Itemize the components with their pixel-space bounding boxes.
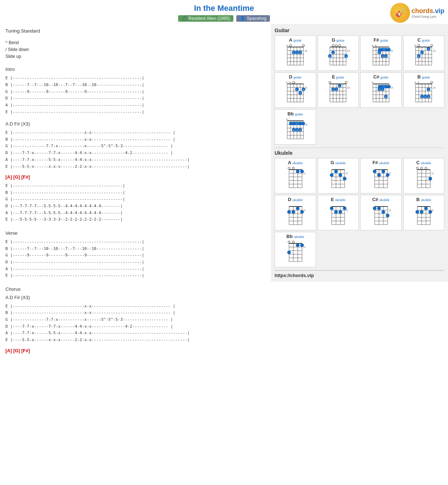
svg-point-211 [288, 167, 290, 169]
svg-point-258 [425, 167, 427, 169]
right-panel: Guitar A guitar [271, 24, 448, 282]
ukulele-chord-C[interactable]: C ukulele 1fr [403, 158, 445, 193]
svg-text:x: x [372, 44, 373, 47]
svg-point-286 [330, 207, 333, 210]
svg-point-334 [300, 243, 304, 247]
guitar-chord-Fsharp[interactable]: F# guitar [360, 35, 402, 71]
svg-point-274 [300, 210, 304, 214]
chord-line-2: [A] [G] [F#] [5, 347, 266, 355]
svg-text:1fr: 1fr [433, 86, 435, 89]
album-tag[interactable]: 🎵 Resident Alien (1995) [178, 15, 234, 22]
svg-point-301 [373, 207, 376, 210]
svg-point-302 [377, 207, 381, 210]
svg-point-35 [332, 44, 334, 47]
svg-text:1fr: 1fr [305, 123, 307, 126]
svg-point-273 [296, 207, 300, 210]
section-a-d-f1: A D F# (X3) [5, 120, 266, 128]
svg-point-36 [335, 44, 337, 47]
guitar-section-title: Guitar [275, 27, 444, 33]
tab-block-intro: E |-------------------------------------… [5, 75, 266, 115]
svg-point-242 [377, 173, 381, 177]
svg-point-289 [343, 207, 346, 210]
svg-point-81 [418, 44, 420, 47]
section-intro: Intro [5, 66, 266, 73]
ukulele-chord-G[interactable]: G ukulele 1fr [318, 158, 359, 193]
guitar-chord-E[interactable]: E guitar [318, 72, 359, 108]
svg-text:1fr: 1fr [305, 50, 307, 52]
svg-point-318 [424, 207, 428, 210]
chord-url: https://chords.vip [275, 270, 444, 278]
guitar-chord-C[interactable]: C guitar [403, 35, 445, 71]
svg-text:1fr: 1fr [346, 172, 348, 175]
artist-tag[interactable]: 👤 Spacehog [236, 15, 270, 22]
svg-text:1fr: 1fr [431, 172, 434, 175]
svg-point-82 [431, 44, 433, 47]
guitar-chord-B[interactable]: B guitar [403, 72, 445, 108]
svg-text:1fr: 1fr [347, 86, 350, 89]
ukulele-chord-E[interactable]: E ukulele 1fr [318, 195, 359, 230]
svg-point-287 [334, 210, 338, 214]
tab-block-adf1: E |------------------------------x-x----… [5, 129, 266, 170]
svg-point-227 [334, 170, 338, 173]
svg-point-316 [415, 210, 419, 214]
svg-text:x: x [414, 81, 416, 84]
svg-text:x: x [289, 81, 291, 84]
svg-point-256 [416, 167, 418, 169]
ukulele-chord-B[interactable]: B ukulele 1fr [403, 195, 445, 230]
svg-point-271 [287, 210, 291, 214]
svg-point-212 [292, 167, 294, 169]
svg-text:1fr: 1fr [390, 86, 393, 89]
section-chorus: Chorus [5, 286, 266, 293]
svg-text:x: x [418, 81, 419, 84]
ukulele-chord-Bb[interactable]: Bb ukulele 1fr [275, 232, 316, 267]
svg-point-303 [382, 210, 385, 214]
legend-slide-up: Slide up [5, 53, 266, 60]
svg-point-272 [292, 210, 295, 214]
svg-text:x: x [414, 44, 416, 47]
svg-text:x: x [375, 44, 376, 47]
guitar-chord-D[interactable]: D guitar [275, 72, 316, 108]
left-panel: Tuning:Standard ^ Bend / Slide down Slid… [0, 24, 271, 360]
svg-point-21 [302, 44, 305, 47]
svg-point-288 [339, 210, 342, 214]
ukulele-chord-A[interactable]: A ukulele 1fr [275, 158, 316, 193]
artist-icon: 👤 [240, 16, 245, 21]
svg-point-331 [288, 241, 290, 243]
tuning-label: Tuning:Standard [5, 27, 266, 35]
page-title: In the Meantime [0, 4, 448, 13]
svg-point-257 [421, 167, 423, 169]
svg-point-229 [343, 177, 346, 180]
svg-point-241 [373, 170, 376, 173]
svg-point-317 [420, 210, 423, 214]
svg-point-104 [293, 81, 295, 84]
svg-point-335 [287, 251, 291, 254]
section-verse: Verse [5, 230, 266, 237]
svg-text:x: x [286, 44, 288, 47]
guitar-chord-A[interactable]: A guitar [275, 35, 316, 71]
ukulele-chord-Fsharp[interactable]: F# ukulele 1fr [360, 158, 402, 193]
svg-text:x: x [286, 118, 288, 121]
svg-point-214 [300, 170, 304, 173]
svg-text:1fr: 1fr [390, 50, 393, 52]
svg-text:1fr: 1fr [433, 50, 435, 52]
legend: ^ Bend / Slide down Slide up [5, 39, 266, 60]
svg-point-226 [330, 173, 333, 177]
tab-block-verse: E |-------------------------------------… [5, 239, 266, 279]
svg-point-259 [428, 177, 432, 180]
guitar-chord-Csharp[interactable]: C# guitar [360, 72, 402, 108]
svg-point-124 [329, 81, 331, 84]
svg-point-37 [339, 44, 341, 47]
section-a-d-f2: A D F# (X3) [5, 294, 266, 302]
svg-point-333 [296, 243, 300, 247]
svg-point-14 [289, 44, 292, 47]
guitar-chord-G[interactable]: G guitar [318, 35, 359, 71]
legend-slide-down: / Slide down [5, 46, 266, 53]
chord-line-1: [A] [G] [F#] [5, 174, 266, 181]
svg-text:x: x [286, 81, 288, 84]
svg-point-213 [296, 170, 300, 173]
svg-point-332 [292, 241, 294, 243]
svg-text:1fr: 1fr [389, 209, 391, 212]
ukulele-chord-D[interactable]: D ukulele 1fr [275, 195, 316, 230]
guitar-chord-Bb[interactable]: Bb guitar [275, 109, 316, 145]
ukulele-chord-Csharp[interactable]: C# ukulele 1fr [360, 195, 402, 230]
